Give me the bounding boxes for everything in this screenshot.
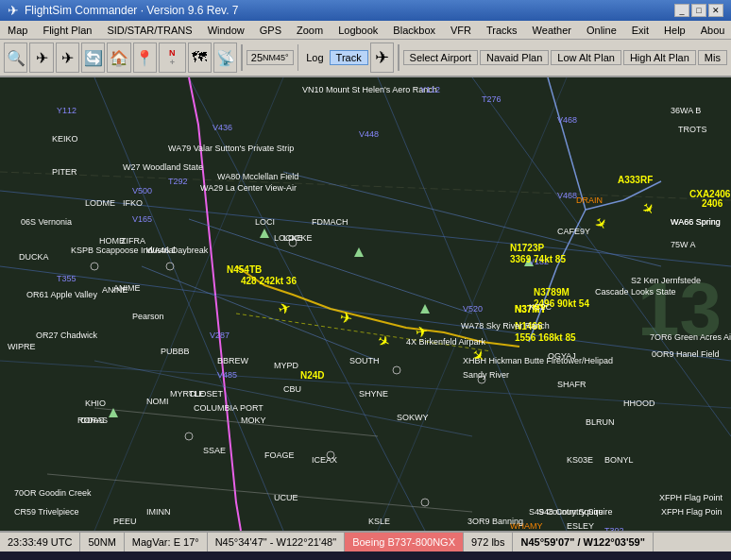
toolbar-sep-3 xyxy=(398,44,400,71)
svg-point-21 xyxy=(327,451,334,459)
menu-item-window[interactable]: Window xyxy=(200,24,252,37)
toolbar-btn-7[interactable]: 🗺 xyxy=(188,42,212,73)
maximize-button[interactable]: □ xyxy=(691,4,706,17)
map-label-16: KS03E xyxy=(567,455,593,465)
map-extra-label-49: T292 xyxy=(168,177,188,186)
svg-line-9 xyxy=(548,77,586,210)
map-label-17: WHAMY xyxy=(510,521,543,531)
track-button[interactable]: Track xyxy=(330,50,368,65)
plane-icon-0: ✈ xyxy=(276,297,294,318)
menu-item-help[interactable]: Help xyxy=(656,24,693,37)
compass-widget: N + xyxy=(159,42,185,73)
map-extra-label-5: HOMB xyxy=(99,236,125,246)
misc-button[interactable]: Mis xyxy=(698,50,727,65)
toolbar-btn-1[interactable]: 🔍 xyxy=(4,42,27,73)
menu-item-zoom[interactable]: Zoom xyxy=(289,24,331,37)
menu-item-abou[interactable]: Abou xyxy=(693,24,731,37)
map-label-44: WA80 Mcclellan Field xyxy=(217,172,298,181)
svg-point-19 xyxy=(478,376,485,383)
toolbar-sep-1 xyxy=(241,44,243,71)
menu-item-logbook[interactable]: Logbook xyxy=(331,24,385,37)
svg-line-0 xyxy=(0,191,731,266)
map-label-9: WIPRE xyxy=(8,342,36,351)
toolbar-btn-4[interactable]: 🔄 xyxy=(81,42,105,73)
map-area[interactable]: 13 VN10 Mount St Helen's Aero RanchT276V… xyxy=(0,77,731,531)
menu-item-vfr[interactable]: VFR xyxy=(443,24,479,37)
toolbar-btn-3[interactable]: ✈ xyxy=(56,42,79,73)
svg-line-13 xyxy=(529,266,557,342)
toolbar-btn-8[interactable]: 📡 xyxy=(213,42,237,73)
map-extra-label-4: Y112 xyxy=(420,85,440,94)
map-extra-label-20: MOKY xyxy=(241,416,266,425)
plane-icon-5: ✈ xyxy=(590,213,612,233)
map-label-39: 0OR9 Hanel Field xyxy=(652,349,720,359)
toolbar-sep-2 xyxy=(298,44,299,71)
map-label-59: TROTS xyxy=(678,125,707,134)
svg-line-11 xyxy=(623,181,661,200)
map-label-2: V468 xyxy=(557,115,577,125)
menu-item-tracks[interactable]: Tracks xyxy=(479,24,525,37)
toolbar-btn-6[interactable]: 📍 xyxy=(133,42,157,73)
toolbar-btn-5[interactable]: 🏠 xyxy=(107,42,130,73)
map-label-28: A333RF xyxy=(618,175,653,185)
map-extra-label-25: CBU xyxy=(283,384,301,394)
map-extra-label-2: V165 xyxy=(132,214,152,224)
menu-item-blackbox[interactable]: Blackbox xyxy=(385,24,443,37)
svg-point-18 xyxy=(393,366,400,374)
plane-icon-2: ✈ xyxy=(374,331,394,352)
map-label-21: N1723P xyxy=(510,243,544,253)
map-label-11: SHAFR xyxy=(557,380,586,389)
track-plane-icon[interactable]: ✈ xyxy=(370,42,394,73)
map-label-41: LOCI xyxy=(255,217,275,227)
menu-item-flightplan[interactable]: Flight Plan xyxy=(35,24,99,37)
menu-item-gps[interactable]: GPS xyxy=(252,24,289,37)
status-scale: 50NM xyxy=(80,533,124,552)
menu-item-map[interactable]: Map xyxy=(0,24,35,37)
map-extra-label-19: SSAE xyxy=(203,446,226,455)
high-alt-plan-button[interactable]: High Alt Plan xyxy=(623,50,696,65)
svg-point-23 xyxy=(91,263,98,270)
map-label-30: XFPH Flag Point xyxy=(659,493,722,502)
track-label: Track xyxy=(336,52,362,63)
svg-line-32 xyxy=(283,172,661,266)
map-extra-label-24: RORAS xyxy=(77,416,108,425)
status-magvar: MagVar: E 17° xyxy=(125,533,208,552)
svg-line-10 xyxy=(586,200,623,210)
map-extra-label-48: T355 xyxy=(57,274,76,283)
low-alt-plan-button[interactable]: Low Alt Plan xyxy=(551,50,621,65)
menu-item-weather[interactable]: Weather xyxy=(525,24,579,37)
map-label-12: BLRUN xyxy=(586,417,615,427)
minimize-button[interactable]: _ xyxy=(674,4,689,17)
menu-item-exit[interactable]: Exit xyxy=(624,24,656,37)
map-extra-label-23: KHIO xyxy=(85,399,106,408)
map-label-26: N1466 xyxy=(515,321,542,331)
map-label-42: V500 xyxy=(132,186,152,195)
menu-item-online[interactable]: Online xyxy=(579,24,624,37)
map-extra-label-36: 06S Vernonia xyxy=(21,217,72,227)
status-coords2: N45°59'07" / W122°03'59" xyxy=(513,533,653,552)
status-time: 23:33:49 UTC xyxy=(0,533,80,552)
map-label-10: DRAIN xyxy=(576,195,603,205)
svg-line-12 xyxy=(557,210,586,266)
map-extra-label-3: Y112 xyxy=(57,106,76,115)
close-button[interactable]: ✕ xyxy=(708,4,723,17)
toolbar: 🔍 ✈ ✈ 🔄 🏠 📍 N + 🗺 📡 25 NM 45° Log Track … xyxy=(0,40,731,77)
map-label-3: V468 xyxy=(557,191,577,200)
svg-line-7 xyxy=(94,77,283,531)
navaid-plan-button[interactable]: Navaid Plan xyxy=(480,50,549,65)
zoom-box: 25 NM 45° xyxy=(246,50,294,65)
toolbar-btn-2[interactable]: ✈ xyxy=(29,42,53,73)
map-extra-label-38: WA66 Spring xyxy=(671,217,721,227)
select-airport-button[interactable]: Select Airport xyxy=(403,50,478,65)
svg-line-5 xyxy=(472,77,731,436)
menu-item-sidstartrans[interactable]: SID/STAR/TRANS xyxy=(99,24,199,37)
menu-bar: MapFlight PlanSID/STAR/TRANSWindowGPSZoo… xyxy=(0,21,731,40)
map-label-33: Sandy River xyxy=(463,370,509,380)
map-label-43: W27 Woodland State xyxy=(123,162,203,172)
map-label-25: 2496 90kt 54 xyxy=(534,298,589,309)
svg-point-17 xyxy=(166,263,174,270)
map-label-19: T302 xyxy=(604,526,624,531)
map-extra-label-26: V287 xyxy=(210,331,230,340)
map-label-35: 4X Birkenfeld Airpark xyxy=(406,337,485,347)
map-label-48: N454TB xyxy=(227,264,262,275)
